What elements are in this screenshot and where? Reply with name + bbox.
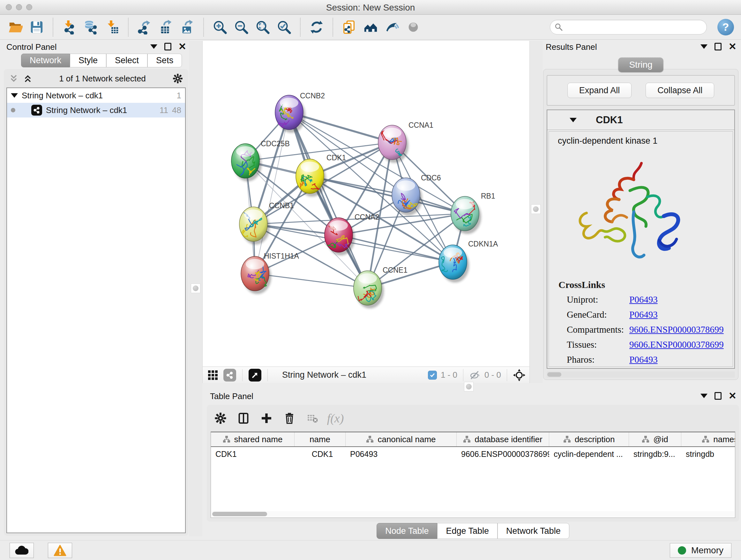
network-share-icon[interactable] [223,369,236,381]
inactive-sphere-button[interactable] [405,18,421,36]
collapse-all-chevron-icon[interactable] [9,74,18,83]
panel-collapse-icon[interactable] [700,394,708,398]
column-header-name[interactable]: name [294,432,346,446]
import-table-file-button[interactable] [104,18,120,36]
search-field[interactable] [550,20,707,35]
hidden-eye-icon[interactable] [469,369,481,381]
table-horizontal-scrollbar[interactable] [212,511,734,517]
table-cell[interactable]: 9606.ENSP00000378699 [457,449,549,459]
birds-eye-view-icon[interactable] [249,369,261,381]
network-node-ccnb1[interactable]: CCNB1 [239,201,294,245]
column-header-shared-name[interactable]: shared name [211,432,294,446]
delete-table-icon[interactable] [305,411,320,426]
table-cell[interactable]: P06493 [346,449,457,459]
crosshair-icon[interactable] [513,369,526,381]
crosslink-link[interactable]: P06493 [629,294,658,305]
column-header-description[interactable]: description [549,432,629,446]
add-column-icon[interactable] [259,411,274,426]
clone-network-button[interactable] [341,18,357,36]
apply-layout-button[interactable] [308,18,325,36]
tab-select[interactable]: Select [106,54,147,67]
column-header--id[interactable]: @id [629,432,681,446]
delete-column-trash-icon[interactable] [282,411,297,426]
selected-checkbox-icon[interactable] [428,371,437,380]
table-cell[interactable]: CDK1 [294,449,346,459]
column-header-canonical-name[interactable]: canonical name [346,432,457,446]
string-glass-ball-button[interactable] [384,18,400,36]
network-node-ccne1[interactable]: CCNE1 [354,266,408,308]
left-splitter-handle[interactable] [191,284,200,293]
table-cell[interactable]: stringdb:9... [629,449,681,459]
right-splitter-handle[interactable] [531,204,541,214]
network-node-rb1[interactable]: RB1 [451,192,495,234]
column-header-database-identifier[interactable]: database identifier [457,432,549,446]
gear-icon[interactable] [172,73,183,84]
panel-close-icon[interactable]: ✕ [729,392,737,400]
export-table-button[interactable] [158,18,174,36]
network-node-ccnb2[interactable]: CCNB2 [275,91,325,133]
collapse-all-button[interactable]: Collapse All [646,83,714,98]
crosslink-link[interactable]: P06493 [629,354,658,365]
table-cell[interactable]: stringdb [681,449,735,459]
column-header-namespace[interactable]: namespace [681,432,735,446]
network-collection-row[interactable]: String Network – cdk1 1 [7,88,185,103]
results-scrollbar[interactable] [547,371,735,378]
tab-edge-table[interactable]: Edge Table [437,523,497,539]
warnings-button[interactable] [48,543,72,558]
export-network-button[interactable] [136,18,153,36]
panel-float-icon[interactable] [715,43,722,51]
save-session-button[interactable] [28,18,45,36]
tab-network[interactable]: Network [21,54,70,67]
help-button[interactable]: ? [718,19,734,36]
network-node-cdc6[interactable]: CDC6 [392,174,441,215]
zoom-out-button[interactable] [233,18,250,36]
network-edge[interactable] [255,273,367,288]
network-node-cdc25b[interactable]: CDC25B [231,139,290,181]
network-edge[interactable] [339,235,453,262]
card-collapse-icon[interactable] [569,118,577,122]
show-columns-icon[interactable] [236,411,251,426]
table-cell[interactable]: CDK1 [211,449,294,459]
network-canvas[interactable]: CCNB2CCNA1CDC25BCDK1CDC6RB1CCNB1CCNA2CDK… [203,41,530,367]
right-splitter[interactable] [530,41,542,383]
network-node-hist1h1a[interactable]: HIST1H1A [241,252,299,294]
tab-network-table[interactable]: Network Table [497,523,569,539]
tab-node-table[interactable]: Node Table [377,523,437,539]
network-edge[interactable] [289,112,367,288]
memory-button[interactable]: Memory [670,543,731,558]
expand-all-chevron-icon[interactable] [23,74,32,83]
network-node-cdk1[interactable]: CDK1 [296,153,346,197]
string-houses-button[interactable] [362,18,379,36]
panel-collapse-icon[interactable] [700,44,708,49]
horizontal-splitter[interactable] [202,383,741,390]
gene-card-header[interactable]: CDK1 [547,110,734,130]
tab-string[interactable]: String [618,57,663,72]
panel-float-icon[interactable] [715,392,722,400]
zoom-in-button[interactable] [212,18,228,36]
network-row-selected[interactable]: String Network – cdk1 11 48 [7,103,185,118]
crosslink-link[interactable]: 9606.ENSP00000378699 [629,339,724,350]
panel-float-icon[interactable] [164,43,172,51]
crosslink-link[interactable]: P06493 [629,309,658,320]
export-image-button[interactable] [179,18,196,36]
tree-expand-icon[interactable] [11,93,18,98]
tab-style[interactable]: Style [70,54,106,67]
expand-all-button[interactable]: Expand All [567,83,632,98]
import-network-file-button[interactable] [61,18,77,36]
table-row[interactable]: CDK1CDK1P064939606.ENSP00000378699cyclin… [211,447,735,461]
panel-collapse-icon[interactable] [150,44,157,49]
network-edge[interactable] [255,112,289,273]
cloud-button[interactable] [10,543,34,558]
panel-close-icon[interactable]: ✕ [729,43,737,51]
grid-view-icon[interactable] [206,369,219,381]
zoom-fit-button[interactable] [254,18,271,36]
search-input[interactable] [563,22,702,32]
table-cell[interactable]: cyclin-dependent ... [549,449,629,459]
network-node-cdkn1a[interactable]: CDKN1A [439,240,498,283]
open-session-button[interactable] [7,18,23,36]
table-settings-gear-icon[interactable] [213,411,228,426]
function-builder-icon[interactable]: f(x) [328,411,343,426]
panel-close-icon[interactable]: ✕ [179,43,186,51]
crosslink-link[interactable]: 9606.ENSP00000378699 [629,324,724,335]
left-splitter[interactable] [189,41,202,537]
